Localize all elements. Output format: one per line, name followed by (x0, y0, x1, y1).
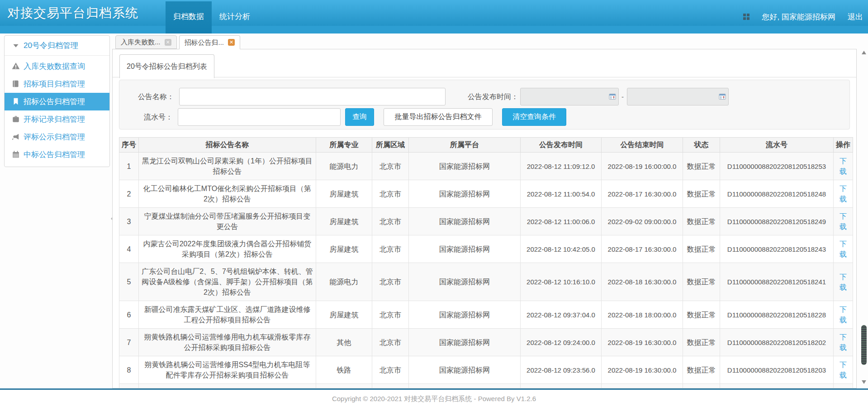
cell-seq: 1 (119, 153, 139, 180)
nav-item-0[interactable]: 归档数据 (166, 1, 212, 34)
table-row: 1黑龙江公司双鸭山公司尿素采购（1年）公开招标项目招标公告能源电力北京市国家能源… (119, 153, 853, 180)
table-row: 5广东公司台山电厂2、5、7号机组锅炉本体、转机、管阀设备A级检修（含保温、脚手… (119, 263, 853, 301)
sidebar-group-header[interactable]: 20号令归档管理 (5, 36, 109, 56)
cell-region: 北京市 (372, 180, 409, 208)
scroll-down-arrow-icon[interactable] (862, 380, 866, 384)
cell-status: 数据正常 (683, 180, 720, 208)
content-tabs: 入库失败数...✕招标公告归...✕ (115, 35, 242, 49)
cell-end_time: 2022-08-17 16:30:00.0 (602, 180, 683, 208)
publish-time-label: 公告发布时间： (463, 88, 518, 105)
download-link[interactable]: 下载 (840, 333, 847, 351)
download-link[interactable]: 下载 (840, 157, 847, 175)
sidebar-items: 入库失败数据查询招标项目归档管理招标公告归档管理开标记录归档管理评标公示归档管理… (5, 56, 109, 163)
cell-status: 数据正常 (683, 153, 720, 180)
tab-label: 招标公告归... (185, 36, 224, 49)
cell-name: 宁夏煤业煤制油分公司带压堵漏服务公开招标项目变更公告 (139, 208, 316, 235)
content-tab-0[interactable]: 入库失败数...✕ (115, 35, 177, 49)
table-row: 2化工公司榆林化工MTO催化剂采购公开招标项目（第2次）招标公告房屋建筑北京市国… (119, 180, 853, 208)
logout-link[interactable]: 退出 (848, 12, 863, 22)
announcement-name-input[interactable] (179, 88, 446, 105)
page-footer: Copyright © 2020-2021 对接交易平台归档系统 - Power… (0, 388, 868, 407)
cell-region: 北京市 (372, 301, 409, 329)
download-link[interactable]: 下载 (840, 361, 847, 379)
panel-tab-announcement-list[interactable]: 20号令招标公告归档列表 (119, 54, 214, 78)
cell-action: 下载 (834, 301, 853, 329)
sidebar-item-label: 中标公告归档管理 (24, 150, 85, 159)
column-header-3: 所属区域 (372, 138, 409, 153)
table-row-partial (119, 384, 853, 389)
tab-close-icon[interactable]: ✕ (165, 39, 171, 46)
sidebar-item-2[interactable]: 招标公告归档管理 (5, 93, 109, 110)
cell-action: 下载 (834, 329, 853, 356)
sidebar-item-4[interactable]: 评标公示归档管理 (5, 128, 109, 146)
scroll-up-arrow-icon[interactable] (862, 51, 866, 54)
publish-time-start (520, 88, 619, 105)
bookmark-icon (12, 97, 20, 105)
cell-major: 铁路 (316, 356, 372, 384)
briefcase-icon (12, 115, 20, 123)
publish-time-end-input[interactable] (627, 88, 729, 105)
cell-name: 黑龙江公司双鸭山公司尿素采购（1年）公开招标项目招标公告 (139, 153, 316, 180)
cell-end_time: 2022-08-19 16:30:00.0 (602, 356, 683, 384)
download-link[interactable]: 下载 (840, 273, 847, 291)
download-link[interactable]: 下载 (840, 185, 847, 203)
cell-platform: 国家能源招标网 (409, 208, 521, 235)
cell-action: 下载 (834, 235, 853, 263)
batch-export-button[interactable]: 批量导出招标公告归档文件 (384, 108, 493, 126)
cell-name: 新疆公司准东露天煤矿工业区、选煤厂道路建设维修工程公开招标项目招标公告 (139, 301, 316, 329)
cell-serial: D1100000088202208120518203 (720, 356, 834, 384)
download-link[interactable]: 下载 (840, 306, 847, 324)
column-header-1: 招标公告名称 (139, 138, 316, 153)
sidebar-item-5[interactable]: 中标公告归档管理 (5, 146, 109, 163)
cell-region: 北京市 (372, 329, 409, 356)
table-row: 3宁夏煤业煤制油分公司带压堵漏服务公开招标项目变更公告房屋建筑北京市国家能源招标… (119, 208, 853, 235)
download-link[interactable]: 下载 (840, 212, 847, 230)
announcement-name-label: 公告名称： (128, 88, 174, 105)
sidebar-item-3[interactable]: 开标记录归档管理 (5, 110, 109, 128)
cell-name: 内蒙古公司2022年度集团级液力偶合器公开招标铺货采购项目（第2次）招标公告 (139, 235, 316, 263)
apps-grid-icon[interactable] (743, 13, 750, 20)
cell-publish_time: 2022-08-12 11:09:12.0 (521, 153, 602, 180)
cell-platform: 国家能源招标网 (409, 153, 521, 180)
tab-close-icon[interactable]: ✕ (228, 39, 235, 46)
sidebar-item-label: 招标项目归档管理 (24, 80, 85, 88)
cell-serial: D1100000088202208120518241 (720, 263, 834, 301)
header-right: 您好, 国家能源招标网 退出 (743, 0, 863, 34)
cell-seq: 3 (119, 208, 139, 235)
app-root: 对接交易平台归档系统 归档数据统计分析 您好, 国家能源招标网 退出 20号令归… (0, 0, 868, 407)
nav-item-1[interactable]: 统计分析 (212, 1, 258, 34)
cell-region: 北京市 (372, 208, 409, 235)
cell-major: 房屋建筑 (316, 180, 372, 208)
content-tab-1[interactable]: 招标公告归...✕ (179, 35, 241, 49)
cell-name: 朔黄铁路机辆公司运营维修用SS4型电力机车电阻等配件零库存公开招标采购项目招标公… (139, 356, 316, 384)
search-button[interactable]: 查询 (345, 108, 374, 126)
cell-region: 北京市 (372, 356, 409, 384)
cell-action: 下载 (834, 153, 853, 180)
publish-time-end (627, 88, 729, 105)
cell-status: 数据正常 (683, 329, 720, 356)
panel-tab-bar: 20号令招标公告归档列表 (113, 49, 856, 77)
cell-status: 数据正常 (683, 263, 720, 301)
vertical-scrollbar-thumb[interactable] (861, 325, 867, 365)
copyright-text: Copyright © 2020-2021 对接交易平台归档系统 - Power… (332, 395, 536, 403)
table-row: 7朔黄铁路机辆公司运营维修用电力机车碳滑板零库存公开招标采购项目招标公告其他北京… (119, 329, 853, 356)
sidebar-item-0[interactable]: 入库失败数据查询 (5, 57, 109, 75)
cell-platform: 国家能源招标网 (409, 301, 521, 329)
cell-action: 下载 (834, 356, 853, 384)
table-row: 6新疆公司准东露天煤矿工业区、选煤厂道路建设维修工程公开招标项目招标公告房屋建筑… (119, 301, 853, 329)
sidebar-item-1[interactable]: 招标项目归档管理 (5, 75, 109, 93)
sidebar-item-label: 入库失败数据查询 (24, 62, 85, 71)
cell-name: 广东公司台山电厂2、5、7号机组锅炉本体、转机、管阀设备A级检修（含保温、脚手架… (139, 263, 316, 301)
clear-conditions-button[interactable]: 清空查询条件 (502, 108, 566, 126)
publish-time-start-input[interactable] (520, 88, 619, 105)
download-link[interactable]: 下载 (840, 240, 847, 258)
cell-serial: D1100000088202208120518253 (720, 153, 834, 180)
column-header-7: 状态 (683, 138, 720, 153)
serial-number-input[interactable] (178, 108, 341, 126)
sidebar-item-label: 招标公告归档管理 (24, 97, 85, 106)
cell-serial: D1100000088202208120518249 (720, 208, 834, 235)
cell-serial: D1100000088202208120518248 (720, 180, 834, 208)
cell-end_time: 2022-09-02 09:00:00.0 (602, 208, 683, 235)
cell-name: 化工公司榆林化工MTO催化剂采购公开招标项目（第2次）招标公告 (139, 180, 316, 208)
cell-seq: 7 (119, 329, 139, 356)
